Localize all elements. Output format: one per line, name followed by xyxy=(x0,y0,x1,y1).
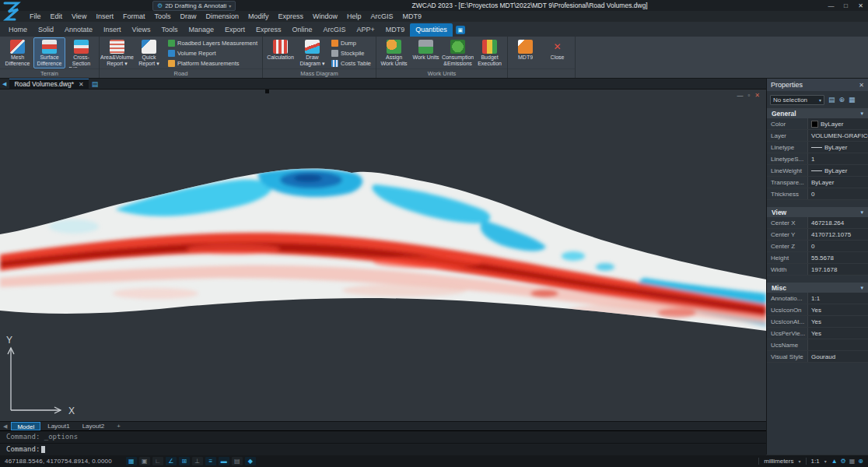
tab-quantities[interactable]: Quantities xyxy=(410,23,453,37)
tab-app[interactable]: APP+ xyxy=(352,23,380,37)
workspace-selector[interactable]: ⚙ 2D Drafting & Annotati ▾ xyxy=(152,1,236,11)
properties-close-icon[interactable]: ✕ xyxy=(859,82,864,89)
property-value-thickness[interactable]: 0 xyxy=(807,188,868,199)
quick-report-button[interactable]: Quick Report ▾ xyxy=(133,37,165,68)
consumption-emissions-button[interactable]: Consumption &Emissions xyxy=(442,37,474,68)
menu-edit[interactable]: Edit xyxy=(46,11,68,22)
menu-draw[interactable]: Draw xyxy=(175,11,201,22)
dump-button[interactable]: Dump xyxy=(331,38,371,47)
stockpile-button[interactable]: Stockpile xyxy=(331,48,371,58)
property-value-height[interactable]: 55.5678 xyxy=(807,252,868,263)
tab-mdt9[interactable]: MDT9 xyxy=(380,23,411,37)
close-button[interactable]: ✕Close xyxy=(541,37,573,68)
grid-toggle[interactable]: ▦ xyxy=(126,457,137,465)
menu-help[interactable]: Help xyxy=(342,11,366,22)
close-tab-icon[interactable]: ✕ xyxy=(79,81,84,88)
menu-dimension[interactable]: Dimension xyxy=(201,11,243,22)
mdt9-button[interactable]: MDT9 xyxy=(509,37,541,68)
tab-online[interactable]: Online xyxy=(287,23,318,37)
property-value-center-y[interactable]: 4170712.1075 xyxy=(807,229,868,240)
property-value-ucsiconon[interactable]: Yes xyxy=(807,304,868,315)
drawing-canvas[interactable]: Y X — ▫ ✕ xyxy=(0,90,766,421)
new-sheet-icon[interactable]: ▤ xyxy=(92,80,99,88)
selection-dropdown[interactable]: No selection ▾ xyxy=(770,95,824,105)
workspace-switch-icon[interactable]: ⚙ xyxy=(841,458,846,465)
budget-execution-button[interactable]: Budget Execution xyxy=(474,37,506,68)
property-value-ucsiconat[interactable]: Yes xyxy=(807,316,868,327)
assign-work-units-button[interactable]: Assign Work Units xyxy=(378,37,410,68)
roadbed-layers-measurement-button[interactable]: Roadbed Layers Measurement xyxy=(168,38,257,47)
section-view[interactable]: View▾ xyxy=(767,207,868,217)
property-value-linetypes[interactable]: 1 xyxy=(807,153,868,164)
snap-toggle[interactable]: ▣ xyxy=(139,457,150,465)
tab-tools[interactable]: Tools xyxy=(156,23,183,37)
section-general[interactable]: General▾ xyxy=(767,108,868,118)
selection-cycling-toggle[interactable]: ◆ xyxy=(245,457,256,465)
menu-window[interactable]: Window xyxy=(308,11,342,22)
property-value-lineweight[interactable]: ByLayer xyxy=(807,165,868,176)
tab-solid[interactable]: Solid xyxy=(33,23,59,37)
property-value-center-x[interactable]: 467218.264 xyxy=(807,217,868,228)
menu-mdt9[interactable]: MDT9 xyxy=(398,11,427,22)
otrack-toggle[interactable]: ⊥ xyxy=(192,457,203,465)
tab-home[interactable]: Home xyxy=(3,23,33,37)
transparency-toggle[interactable]: ▤ xyxy=(232,457,243,465)
property-value-layer[interactable]: VOLUMEN-GRAFICOS xyxy=(807,130,868,141)
tab-annotate[interactable]: Annotate xyxy=(59,23,98,37)
minimize-button[interactable]: — xyxy=(824,1,838,11)
surface-difference-button[interactable]: Surface Difference xyxy=(33,37,65,68)
mesh-difference-button[interactable]: Mesh Difference xyxy=(2,37,33,68)
dyn-input-toggle[interactable]: ≡ xyxy=(205,457,216,465)
units-selector[interactable]: millimeters xyxy=(764,458,793,465)
document-tab[interactable]: Road Volumes.dwg* ✕ xyxy=(9,79,88,90)
command-prompt-line[interactable]: Command: xyxy=(0,444,766,455)
select-objects-icon[interactable]: ⊕ xyxy=(839,96,845,104)
menu-file[interactable]: File xyxy=(25,11,46,22)
menu-arcgis[interactable]: ArcGIS xyxy=(366,11,398,22)
viewport-control-dot[interactable] xyxy=(265,90,269,93)
draw-diagram-button[interactable]: Draw Diagram ▾ xyxy=(296,37,328,68)
osnap-toggle[interactable]: ⊞ xyxy=(179,457,190,465)
property-value-ucspervie[interactable]: Yes xyxy=(807,328,868,339)
property-value-color[interactable]: ByLayer xyxy=(807,118,868,129)
property-value-visual-style[interactable]: Gouraud xyxy=(807,351,868,362)
annotation-visibility-icon[interactable]: ▲ xyxy=(831,458,838,465)
pickadd-toggle-icon[interactable]: ▦ xyxy=(849,96,856,104)
annotation-scale[interactable]: 1:1 xyxy=(811,458,820,465)
menu-insert[interactable]: Insert xyxy=(91,11,118,22)
property-value-annotatio[interactable]: 1:1 xyxy=(807,293,868,304)
ortho-toggle[interactable]: ∟ xyxy=(152,457,163,465)
add-layout-button[interactable]: + xyxy=(111,422,126,430)
nav-left-icon[interactable]: ◀ xyxy=(2,81,6,87)
layout-nav-icon[interactable]: ◀ xyxy=(3,423,7,430)
menu-modify[interactable]: Modify xyxy=(243,11,274,22)
cross-section-difference-button[interactable]: Cross-Section Difference xyxy=(65,37,97,68)
calculation-button[interactable]: Calculation xyxy=(264,37,296,68)
quick-select-icon[interactable]: ▤ xyxy=(828,96,835,104)
costs-table-button[interactable]: Costs Table xyxy=(331,58,371,68)
tab-insert[interactable]: Insert xyxy=(98,23,127,37)
menu-view[interactable]: View xyxy=(67,11,91,22)
property-value-linetype[interactable]: ByLayer xyxy=(807,142,868,153)
area-volume-report-button[interactable]: Area&Volume Report ▾ xyxy=(101,37,133,68)
tab-export[interactable]: Export xyxy=(219,23,250,37)
menu-tools[interactable]: Tools xyxy=(149,11,175,22)
work-units-button[interactable]: Work Units xyxy=(410,37,442,68)
tab-manage[interactable]: Manage xyxy=(183,23,219,37)
layout-tab-model[interactable]: Model xyxy=(11,422,40,430)
menu-format[interactable]: Format xyxy=(118,11,150,22)
menu-express[interactable]: Express xyxy=(274,11,309,22)
pickadd-icon[interactable]: ⊕ xyxy=(858,458,863,465)
section-misc[interactable]: Misc▾ xyxy=(767,283,868,293)
property-value-ucsname[interactable] xyxy=(807,339,868,350)
maximize-button[interactable]: □ xyxy=(838,1,853,11)
command-line[interactable]: Command: _options Command: xyxy=(0,430,766,455)
doc-restore-icon[interactable]: ▫ xyxy=(747,92,750,99)
doc-minimize-icon[interactable]: — xyxy=(737,92,743,99)
tab-views[interactable]: Views xyxy=(127,23,156,37)
lineweight-toggle[interactable]: ▬ xyxy=(219,457,229,465)
clean-screen-icon[interactable]: ▦ xyxy=(849,458,856,465)
layout-tab-layout2[interactable]: Layout2 xyxy=(77,422,110,430)
doc-close-icon[interactable]: ✕ xyxy=(754,92,760,99)
property-value-center-z[interactable]: 0 xyxy=(807,241,868,251)
